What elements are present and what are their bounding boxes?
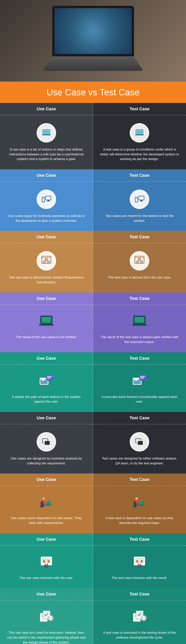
svg-rect-53: [46, 505, 52, 506]
use-case-header: Use Case: [0, 103, 93, 115]
use-case-cell: Use Case Use cases apply for business pu…: [0, 169, 93, 231]
test-case-text: Test cases are designed by either softwa…: [100, 456, 179, 466]
svg-rect-20: [47, 261, 49, 262]
test-case-body: Test cases are meant for the testers to …: [93, 182, 186, 231]
test-case-header: Test Case: [93, 412, 186, 424]
test-case-body: It executes each feature's functionality…: [93, 365, 186, 412]
use-case-header: Use Case: [0, 588, 93, 600]
test-case-header: Test Case: [93, 474, 186, 486]
test-case-body: A test case is dependent on use cases as…: [93, 486, 186, 533]
desktop-icon: [130, 190, 149, 209]
test-case-text: A test case is a group of conditions und…: [100, 147, 179, 162]
hero-laptop-illustration: [52, 6, 134, 56]
test-case-body: Test cases are designed by either softwa…: [93, 424, 186, 474]
svg-rect-73: [48, 560, 49, 563]
use-case-cell: Use Case Use cases aren't dependent on t…: [0, 474, 93, 533]
svg-point-77: [138, 564, 141, 566]
use-case-text: It shows the path of each feature in the…: [7, 395, 86, 404]
svg-rect-2: [42, 134, 51, 135]
use-case-text: Use cases aren't dependent on test cases…: [7, 516, 86, 525]
svg-rect-4: [137, 130, 143, 134]
svg-rect-6: [46, 196, 51, 200]
test-case-header: Test Case: [93, 588, 186, 600]
svg-rect-46: [140, 378, 143, 379]
svg-rect-52: [46, 502, 51, 505]
comparison-row: Use Case The use case interacts with the…: [0, 533, 186, 588]
test-case-header: Test Case: [93, 169, 186, 182]
test-case-text: The test case interacts with the result.: [100, 576, 179, 580]
comparison-row: Use Case It shows the path of each featu…: [0, 352, 186, 412]
use-case-text: The result of the use cases is not verif…: [7, 335, 86, 340]
use-case-header: Use Case: [0, 231, 93, 243]
use-case-text: The use case isn't used for execution. I…: [7, 630, 86, 644]
papers-icon: [38, 608, 55, 626]
test-case-header: Test Case: [93, 533, 186, 546]
use-case-cell: Use Case Use cases are designed by busin…: [0, 412, 93, 474]
svg-rect-13: [140, 201, 143, 202]
svg-rect-23: [138, 258, 141, 260]
svg-rect-51: [138, 441, 143, 445]
svg-rect-79: [141, 560, 143, 563]
test-case-body: The result of the test case is always ge…: [93, 305, 186, 352]
windows-icon: [37, 432, 56, 452]
windows-icon: [130, 432, 149, 452]
laptop-flat-icon: [38, 313, 55, 330]
svg-point-93: [143, 616, 145, 618]
svg-point-85: [48, 615, 53, 621]
test-case-body: A test case is a group of conditions und…: [93, 115, 186, 169]
use-case-cell: Use Case The result of the use cases is …: [0, 292, 93, 352]
svg-point-15: [136, 198, 137, 198]
svg-rect-37: [47, 377, 51, 378]
svg-rect-67: [133, 507, 136, 508]
svg-rect-12: [141, 200, 142, 201]
use-case-body: It shows the path of each feature in the…: [0, 365, 93, 412]
use-case-header: Use Case: [0, 412, 93, 424]
test-case-cell: Test Case Test cases are designed by eit…: [93, 412, 186, 474]
use-case-text: A use case is a list of actions or steps…: [7, 147, 86, 162]
use-case-body: A use case is a list of actions or steps…: [0, 115, 93, 169]
comparison-row: Use Case A use case is a list of actions…: [0, 103, 186, 169]
use-case-cell: Use Case The use case interacts with the…: [0, 533, 93, 588]
test-case-cell: Test Case Test cases are meant for the t…: [93, 169, 186, 231]
svg-point-86: [50, 616, 51, 618]
svg-rect-63: [135, 500, 138, 504]
use-case-body: The use case is derived from System Requ…: [0, 243, 93, 292]
svg-rect-72: [43, 560, 45, 563]
svg-rect-66: [134, 502, 136, 507]
comparison-row: Use Case Use cases are designed by busin…: [0, 412, 186, 474]
test-case-header: Test Case: [93, 292, 186, 305]
test-case-cell: Test Case The test case interacts with t…: [93, 533, 186, 588]
svg-point-54: [42, 497, 45, 500]
test-case-body: The test case interacts with the result.: [93, 546, 186, 588]
svg-rect-49: [45, 441, 50, 445]
comparison-row: Use Case Use cases aren't dependent on t…: [0, 474, 186, 533]
comparison-row: Use Case The use case is derived from Sy…: [0, 231, 186, 292]
chat-img-icon: [131, 372, 148, 390]
person-sit-icon: [131, 494, 148, 511]
laptop-flat-icon: [131, 313, 148, 330]
svg-rect-25: [141, 261, 143, 262]
use-case-body: The result of the use cases is not verif…: [0, 305, 93, 348]
svg-rect-14: [135, 197, 138, 202]
svg-rect-60: [139, 502, 144, 505]
svg-rect-31: [132, 324, 147, 326]
papers-icon: [131, 608, 148, 626]
use-case-header: Use Case: [0, 474, 93, 486]
use-case-cell: Use Case The use case isn't used for exe…: [0, 588, 93, 644]
comparison-row: Use Case The result of the use cases is …: [0, 292, 186, 352]
svg-rect-61: [139, 505, 145, 506]
svg-point-71: [45, 564, 47, 566]
use-case-cell: Use Case A use case is a list of actions…: [0, 103, 93, 169]
svg-rect-9: [42, 197, 45, 202]
use-case-body: The use case interacts with the user.: [0, 546, 93, 588]
svg-rect-5: [135, 134, 144, 135]
use-case-body: The use case isn't used for execution. I…: [0, 600, 93, 644]
svg-rect-38: [47, 378, 50, 379]
comparison-row: Use Case Use cases apply for business pu…: [0, 169, 186, 231]
svg-rect-64: [135, 503, 138, 506]
use-case-header: Use Case: [0, 352, 93, 365]
use-case-body: Use cases are designed by business analy…: [0, 424, 93, 474]
svg-rect-44: [140, 376, 145, 376]
desktop-icon: [37, 190, 56, 209]
svg-rect-19: [43, 261, 45, 262]
